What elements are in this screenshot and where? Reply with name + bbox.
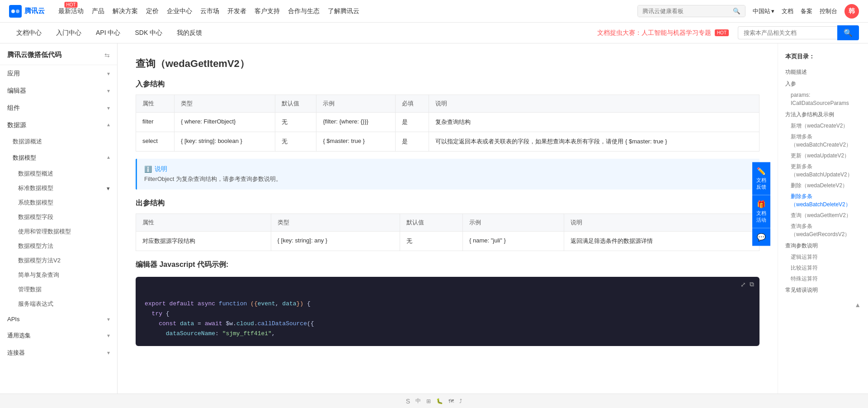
doc-search-input[interactable] <box>738 26 837 39</box>
toc-sub-item-delete[interactable]: 删除（wedaDeleteV2） <box>785 180 861 191</box>
toc-sub-item-get-item[interactable]: 查询（wedaGetItemV2） <box>785 210 861 221</box>
nav-link-docs[interactable]: 文档 <box>782 7 793 15</box>
sidebar-group-header-component[interactable]: 组件 ▾ <box>0 100 117 117</box>
float-btn-doc-feedback[interactable]: ✏️ 文档反馈 <box>752 162 770 195</box>
sidebar-group-header-app[interactable]: 应用 ▾ <box>0 65 117 82</box>
sidebar-header: 腾讯云微搭低代码 ⇆ <box>0 43 117 65</box>
toc-sub-item-get-records[interactable]: 查询多条（wedaGetRecordsV2） <box>785 221 861 240</box>
toc-item-query-params[interactable]: 查询参数说明 <box>785 240 861 251</box>
toc-collapse-icon[interactable]: ▲ <box>854 301 861 308</box>
layout: 腾讯云微搭低代码 ⇆ 应用 ▾ 编辑器 ▾ 组件 ▾ <box>0 43 868 408</box>
toc-sub-item-special-op[interactable]: 特殊运算符 <box>785 273 861 284</box>
code-expand-button[interactable]: ⤢ <box>741 281 746 288</box>
toc-item-func-desc[interactable]: 功能描述 <box>785 66 861 78</box>
float-btn-doc-activity[interactable]: 🎁 文档活动 <box>752 195 770 228</box>
toc-sub-item-batch-create[interactable]: 新增多条（wedaBatchCreateV2） <box>785 131 861 150</box>
top-search-input[interactable] <box>638 5 728 17</box>
sidebar-group-component: 组件 ▾ <box>0 100 117 117</box>
sidebar-group-header-datasource[interactable]: 数据源 ▾ <box>0 117 117 134</box>
toc-item-input[interactable]: 入参 <box>785 78 861 90</box>
svg-point-1 <box>11 9 15 13</box>
doc-nav-item-start[interactable]: 入门中心 <box>49 23 89 43</box>
chevron-down-icon: ▾ <box>771 8 774 14</box>
th-attr: 属性 <box>136 95 175 113</box>
main-content: 查询（wedaGetItemV2） 入参结构 属性 类型 默认值 示例 必填 说… <box>118 43 778 408</box>
doc-nav-item-api[interactable]: API 中心 <box>89 23 127 43</box>
bottom-bar-icon-grid[interactable]: ⊞ <box>426 398 431 404</box>
nav-item-dev[interactable]: 开发者 <box>227 7 246 15</box>
doc-nav-item-sdk[interactable]: SDK 中心 <box>127 23 170 43</box>
output-table-header: 属性 类型 默认值 示例 说明 <box>136 214 760 232</box>
top-search-box[interactable]: 🔍 <box>637 5 745 17</box>
table-row: 对应数据源字段结构 { [key: string]: any } 无 { nam… <box>136 232 760 251</box>
bottom-bar-icon-chinese[interactable]: 中 <box>415 397 421 405</box>
sidebar-item-model-method[interactable]: 数据模型方法 <box>0 239 117 253</box>
nav-item-about[interactable]: 了解腾讯云 <box>328 7 359 15</box>
sidebar-item-system-model[interactable]: 系统数据模型 <box>0 195 117 210</box>
sidebar-item-server-expr[interactable]: 服务端表达式 <box>0 297 117 311</box>
sidebar-group-header-connector[interactable]: 连接器 ▾ <box>0 344 117 361</box>
nav-item-activity[interactable]: HOT 最新活动 <box>58 7 84 15</box>
top-nav: 腾讯云 HOT 最新活动 产品 解决方案 定价 企业中心 云市场 开发者 客户支… <box>0 0 868 23</box>
cell-attr: filter <box>136 113 175 132</box>
logo[interactable]: 腾讯云 <box>9 5 45 18</box>
bottom-bar-icon-map[interactable]: 🗺 <box>448 398 454 404</box>
user-avatar[interactable]: 韩 <box>844 4 859 19</box>
sidebar-group-header-apis[interactable]: APIs ▾ <box>0 311 117 327</box>
th-default: 默认值 <box>275 95 316 113</box>
doc-nav-item-feedback[interactable]: 我的反馈 <box>170 23 209 43</box>
nav-item-ecosystem[interactable]: 合作与生态 <box>288 7 320 15</box>
th-required: 必填 <box>396 95 429 113</box>
nav-item-product[interactable]: 产品 <box>92 7 104 15</box>
sidebar-item-datamodel-overview[interactable]: 数据模型概述 <box>0 166 117 181</box>
nav-item-support[interactable]: 客户支持 <box>255 7 280 15</box>
toc-sub-item-compare-op[interactable]: 比较运算符 <box>785 262 861 273</box>
sidebar-item-datasource-overview[interactable]: 数据源概述 <box>0 134 117 149</box>
bottom-bar-icon-share[interactable]: ⤴ <box>459 398 462 404</box>
nav-link-console[interactable]: 控制台 <box>820 7 837 15</box>
code-copy-button[interactable]: ⧉ <box>750 280 754 288</box>
bottom-bar-icon-s[interactable]: S <box>406 398 410 405</box>
toc-sub-item-logic-op[interactable]: 逻辑运算符 <box>785 251 861 262</box>
toc-sub-item-params[interactable]: params: ICallDataSourceParams <box>785 90 861 109</box>
sidebar-item-model-field[interactable]: 数据模型字段 <box>0 210 117 224</box>
code-content: export default async function ({event, d… <box>136 292 760 346</box>
chevron-down-icon: ▾ <box>107 185 110 192</box>
toc-item-errors[interactable]: 常见错误说明 <box>785 284 861 296</box>
nav-item-solution[interactable]: 解决方案 <box>113 7 138 15</box>
toc-sub-item-update[interactable]: 更新（wedaUpdateV2） <box>785 150 861 161</box>
sidebar-item-model-method-v2[interactable]: 数据模型方法V2 <box>0 253 117 268</box>
toc-sub-item-batch-delete[interactable]: 删除多条（wedaBatchDeleteV2） <box>785 191 861 210</box>
sidebar-item-manage-data[interactable]: 管理数据 <box>0 282 117 297</box>
bottom-bar-icon-bug[interactable]: 🐛 <box>436 398 443 404</box>
sidebar-group-header-common[interactable]: 通用选集 ▾ <box>0 327 117 344</box>
doc-nav-item-docs[interactable]: 文档中心 <box>9 23 49 43</box>
cell-type: { [key: string]: any } <box>271 232 400 251</box>
sidebar-toggle[interactable]: ⇆ <box>104 52 110 59</box>
table-row: select { [key: string]: boolean } 无 { $m… <box>136 132 760 152</box>
doc-search: 🔍 <box>738 25 859 40</box>
sidebar-item-standard-model[interactable]: 标准数据模型 ▾ <box>0 181 117 195</box>
float-btn-chat[interactable]: 💬 <box>752 228 770 246</box>
toc-sub-item-create[interactable]: 新增（wedaCreateV2） <box>785 120 861 131</box>
doc-search-button[interactable]: 🔍 <box>837 25 859 40</box>
top-search-button[interactable]: 🔍 <box>728 5 745 17</box>
bottom-bar: S 中 ⊞ 🐛 🗺 ⤴ <box>0 394 868 408</box>
nav-link-backup[interactable]: 备案 <box>801 7 812 15</box>
cell-type: { where: FilterObject} <box>175 113 275 132</box>
nav-item-market[interactable]: 云市场 <box>200 7 219 15</box>
region-select[interactable]: 中国站 ▾ <box>753 7 774 15</box>
promo-hot-tag: HOT <box>715 29 729 36</box>
nav-item-enterprise[interactable]: 企业中心 <box>167 7 192 15</box>
sidebar-item-manage-model[interactable]: 使用和管理数据模型 <box>0 224 117 239</box>
cell-required: 是 <box>396 132 429 152</box>
toc-sub-item-batch-update[interactable]: 更新多条（wedaBatchUpdateV2） <box>785 161 861 180</box>
sidebar-item-complex-query[interactable]: 简单与复杂查询 <box>0 268 117 282</box>
sidebar-group-header-datamodel[interactable]: 数据模型 ▾ <box>0 149 117 166</box>
doc-nav-promo[interactable]: 文档捉虫大赛：人工智能与机器学习专题 HOT <box>597 29 729 37</box>
nav-item-pricing[interactable]: 定价 <box>146 7 159 15</box>
toc-item-method-params[interactable]: 方法入参结构及示例 <box>785 109 861 120</box>
sidebar-group-app: 应用 ▾ <box>0 65 117 82</box>
code-block-header: ⤢ ⧉ <box>136 277 760 292</box>
sidebar-group-header-editor[interactable]: 编辑器 ▾ <box>0 82 117 100</box>
